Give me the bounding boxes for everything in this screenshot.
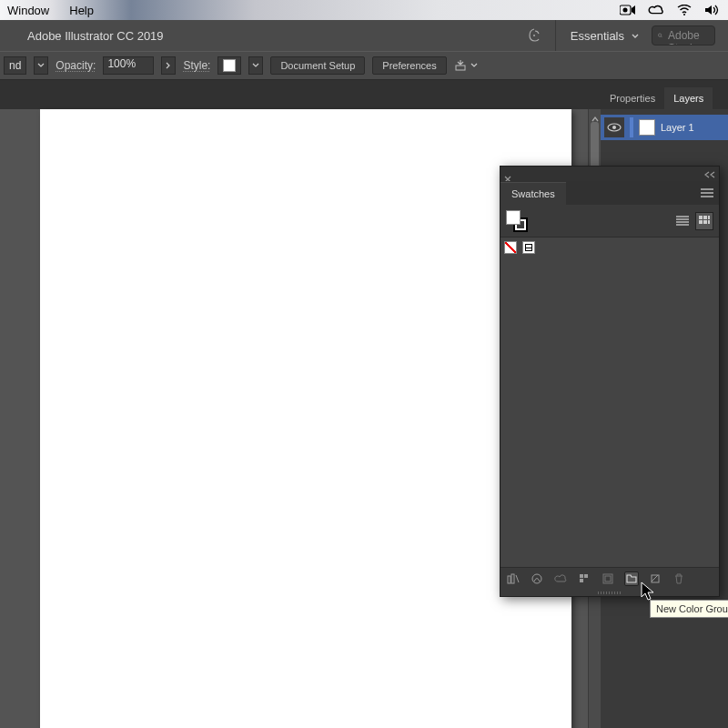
canvas-artboard[interactable] [40, 109, 571, 728]
tab-properties[interactable]: Properties [601, 87, 664, 109]
layer-name[interactable]: Layer 1 [661, 122, 694, 133]
search-placeholder: Search Adobe Stock [668, 25, 709, 46]
chevron-down-icon [470, 63, 478, 68]
close-icon[interactable] [504, 170, 511, 177]
svg-point-1 [623, 8, 628, 13]
search-icon [658, 30, 662, 41]
opacity-label: Opacity: [56, 59, 96, 72]
svg-rect-17 [580, 574, 583, 578]
svg-rect-14 [508, 576, 511, 583]
svg-rect-15 [511, 574, 514, 583]
svg-rect-12 [708, 216, 710, 219]
style-arrow[interactable] [248, 56, 263, 75]
svg-rect-5 [456, 66, 465, 70]
panel-header[interactable] [500, 167, 719, 181]
arrange-docs-icon[interactable] [528, 28, 542, 43]
blend-mode-dropdown[interactable]: nd [4, 56, 26, 75]
new-swatch-icon[interactable] [648, 571, 662, 586]
fill-stroke-control[interactable] [506, 210, 528, 232]
menu-help[interactable]: Help [69, 4, 94, 17]
svg-rect-22 [652, 575, 659, 582]
svg-rect-21 [605, 576, 611, 581]
scroll-up-icon[interactable] [591, 111, 600, 120]
swatch-options-icon[interactable] [577, 571, 592, 586]
svg-point-4 [658, 34, 661, 36]
collapse-icon[interactable] [704, 166, 715, 182]
screenrec-icon[interactable] [620, 4, 636, 16]
app-title: Adobe Illustrator CC 2019 [13, 29, 164, 43]
style-swatch[interactable] [217, 56, 241, 75]
blend-mode-arrow[interactable] [34, 56, 48, 75]
show-swatch-kinds-icon[interactable] [530, 571, 544, 586]
workspace-switcher[interactable]: Essentials [555, 20, 639, 51]
layer-color-bar [630, 117, 633, 137]
layer-row[interactable]: Layer 1 [601, 115, 728, 140]
edit-swatch-icon[interactable] [601, 571, 615, 586]
svg-rect-13 [708, 220, 710, 224]
volume-icon[interactable] [704, 4, 721, 16]
layer-thumb [639, 119, 655, 136]
opacity-arrow[interactable] [161, 56, 176, 75]
panel-tools [500, 205, 719, 238]
app-title-bar: Adobe Illustrator CC 2019 Essentials Sea… [0, 20, 728, 51]
opacity-field[interactable]: 100% [103, 56, 154, 75]
tooltip: New Color Group [650, 600, 728, 618]
style-thumb [223, 59, 236, 72]
chevron-down-icon [632, 34, 639, 39]
swatches-panel[interactable]: Swatches [500, 166, 720, 597]
svg-rect-9 [703, 216, 707, 219]
panel-menu-icon[interactable] [695, 181, 719, 205]
layer-visibility-icon[interactable] [604, 117, 624, 137]
style-label: Style: [183, 59, 210, 72]
swatches-body[interactable] [500, 238, 719, 567]
swatch-cloud-icon[interactable] [553, 571, 568, 586]
panel-footer [500, 567, 719, 589]
workspace-name: Essentials [571, 29, 624, 43]
svg-rect-8 [699, 216, 703, 219]
preferences-button[interactable]: Preferences [372, 56, 446, 75]
search-field[interactable]: Search Adobe Stock [652, 25, 715, 46]
svg-rect-19 [580, 579, 583, 582]
swatch-libraries-icon[interactable] [506, 571, 521, 586]
control-bar: nd Opacity: 100% Style: Document Setup P… [0, 51, 728, 80]
macos-menubar: Window Help [0, 0, 728, 20]
svg-point-2 [683, 14, 685, 15]
swatch-none[interactable] [504, 241, 517, 254]
svg-rect-10 [699, 220, 703, 224]
align-tool-icon[interactable] [454, 58, 478, 73]
creative-cloud-icon[interactable] [648, 4, 664, 16]
list-view-icon[interactable] [673, 212, 692, 230]
new-color-group-icon[interactable] [624, 571, 639, 586]
tab-layers[interactable]: Layers [664, 87, 713, 109]
swatch-registration[interactable] [522, 241, 535, 254]
document-setup-button[interactable]: Document Setup [270, 56, 365, 75]
svg-rect-18 [584, 574, 588, 578]
wifi-icon[interactable] [676, 4, 693, 16]
svg-point-3 [533, 35, 535, 36]
svg-point-7 [612, 126, 616, 129]
panel-resize-grip[interactable] [500, 589, 719, 596]
fill-swatch[interactable] [506, 210, 521, 225]
swatches-tab[interactable]: Swatches [500, 182, 566, 205]
delete-swatch-icon[interactable] [672, 571, 686, 586]
menu-window[interactable]: Window [7, 4, 49, 17]
svg-rect-11 [703, 220, 707, 224]
thumbnail-view-icon[interactable] [695, 212, 713, 230]
